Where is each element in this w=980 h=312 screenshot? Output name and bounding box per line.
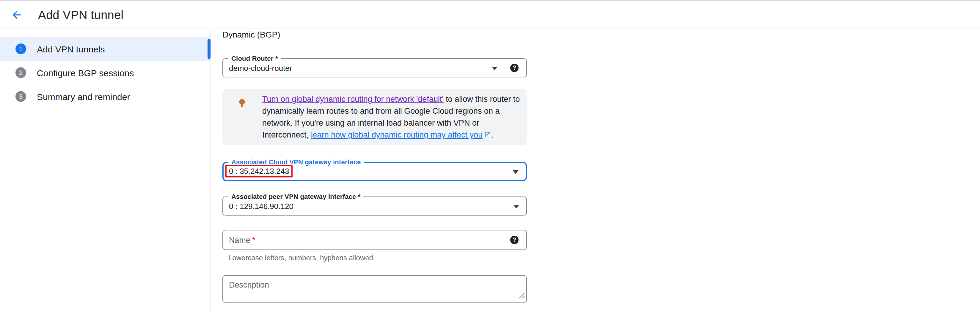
page-title: Add VPN tunnel [38,8,123,22]
step-number-badge: 1 [16,43,26,54]
info-text-segment: dynamically learn routes to and from all… [262,106,523,117]
peer-gateway-interface-label: Associated peer VPN gateway interface * [228,193,364,201]
learn-how-routing-affects-link[interactable]: learn how global dynamic routing may aff… [311,130,482,139]
back-button[interactable] [5,3,29,27]
sidebar-step-configure-bgp-sessions[interactable]: 2 Configure BGP sessions [0,61,210,85]
external-link-icon[interactable] [484,130,492,142]
name-placeholder-label: Name* [229,235,255,245]
help-icon[interactable]: ? [510,236,519,244]
lightbulb-icon [239,99,246,111]
infobox-text: Turn on global dynamic routing for netwo… [262,93,523,142]
associated-cloud-vpn-gateway-interface-select[interactable]: Associated Cloud VPN gateway interface 0… [223,162,527,181]
annotation-red-box: 0 : 35.242.13.243 [225,165,293,178]
help-icon[interactable]: ? [510,64,519,72]
sidebar-step-add-vpn-tunnels[interactable]: 1 Add VPN tunnels [0,37,210,61]
step-label: Add VPN tunnels [37,44,105,54]
arrow-back-icon [11,9,22,21]
cloud-router-select[interactable]: Cloud Router * demo-cloud-router ? [223,58,527,77]
step-number-badge: 3 [16,91,26,102]
info-text-segment: Interconnect, [262,130,311,139]
info-text-segment: to allow this router to [444,95,520,104]
dropdown-arrow-icon [512,170,519,174]
add-vpn-tunnel-page: Add VPN tunnel 1 Add VPN tunnels 2 Confi… [0,0,980,312]
cloud-router-label: Cloud Router * [228,55,281,62]
dropdown-arrow-icon [492,67,498,70]
step-number-badge: 2 [16,67,26,78]
description-placeholder-label: Description [229,280,526,290]
stepper-sidebar: 1 Add VPN tunnels 2 Configure BGP sessio… [0,29,211,312]
info-text-segment: network. If you're using an internal loa… [262,117,523,129]
turn-on-global-routing-link[interactable]: Turn on global dynamic routing for netwo… [262,95,444,104]
info-text-segment: . [492,130,494,139]
name-input[interactable]: Name* ? [223,230,527,250]
cloud-gateway-interface-value: 0 : 35.242.13.243 [229,167,289,176]
routing-type-label: Dynamic (BGP) [223,30,280,39]
page-header: Add VPN tunnel [0,1,980,29]
required-asterisk: * [252,235,255,245]
step-label: Configure BGP sessions [37,67,134,78]
sidebar-step-summary-and-reminder[interactable]: 3 Summary and reminder [0,85,210,108]
description-textarea[interactable]: Description [223,275,527,303]
dropdown-arrow-icon [513,205,519,208]
step-label: Summary and reminder [37,91,130,101]
resize-handle-icon[interactable] [518,291,525,301]
active-step-indicator-bar [208,39,210,59]
peer-gateway-interface-value: 0 : 129.146.90.120 [229,202,293,211]
name-helper-text: Lowercase letters, numbers, hyphens allo… [228,254,373,262]
global-routing-infobox: Turn on global dynamic routing for netwo… [223,89,527,145]
cloud-router-value: demo-cloud-router [229,63,292,72]
associated-peer-vpn-gateway-interface-select[interactable]: Associated peer VPN gateway interface * … [223,197,527,216]
